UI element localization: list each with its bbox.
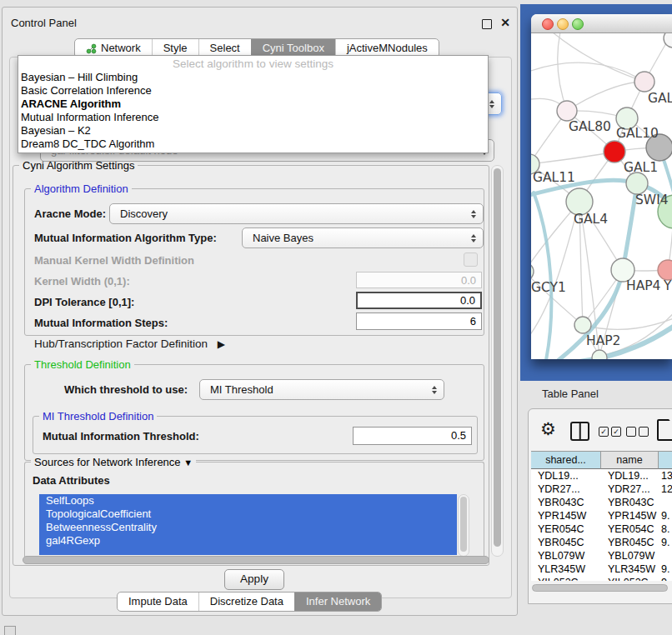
- gear-icon[interactable]: ⚙: [540, 420, 556, 438]
- node-hap2[interactable]: [574, 317, 591, 333]
- data-attributes-label: Data Attributes: [33, 474, 110, 487]
- node-label: SWI4: [635, 192, 669, 208]
- kernel-width-label: Kernel Width (0,1):: [34, 275, 130, 288]
- dropdown-option[interactable]: Basic Correlation Inference: [18, 84, 488, 98]
- dropdown-option[interactable]: Mutual Information Inference: [18, 111, 488, 124]
- mi-algorithm-type-combo[interactable]: Naive Bayes: [242, 228, 484, 248]
- column-header-shared-name[interactable]: shared...: [531, 451, 601, 469]
- table-horizontal-scrollbar[interactable]: [531, 583, 670, 592]
- close-icon[interactable]: ✕: [500, 16, 510, 29]
- node-label: HAP4: [626, 278, 660, 293]
- node-gal1[interactable]: [604, 141, 625, 162]
- combo-arrows-icon: [489, 100, 494, 108]
- node-gal-partial[interactable]: [634, 72, 654, 92]
- scrollbar-thumb[interactable]: [460, 497, 467, 552]
- table-row[interactable]: YBL079W YBL079W: [531, 549, 672, 562]
- table-row[interactable]: YDL19... YDL19... 13: [531, 469, 672, 482]
- mode-tabbar: Impute Data Discretize Data Infer Networ…: [117, 592, 382, 612]
- mi-algorithm-type-value: Naive Bayes: [253, 228, 313, 248]
- node-label: GAL11: [533, 170, 575, 185]
- node-label: GAL80: [569, 119, 611, 134]
- export-table-icon[interactable]: [657, 419, 672, 441]
- table-panel-window: ⚙ ✓ ✓ shared... name YDL19... YDL19... 1…: [528, 408, 672, 604]
- node-gcy1[interactable]: [531, 262, 534, 281]
- apply-button[interactable]: Apply: [224, 569, 284, 590]
- mi-threshold-field[interactable]: 0.5: [353, 427, 472, 445]
- table-row[interactable]: YIL052C YIL052C 9.: [531, 576, 672, 581]
- table-row[interactable]: YDR27... YDR27... 12: [531, 482, 672, 496]
- which-threshold-combo[interactable]: MI Threshold: [199, 379, 444, 400]
- table-panel-title: Table Panel: [542, 388, 599, 400]
- node-label: GCY1: [531, 280, 566, 295]
- kernel-width-field[interactable]: 0.0: [356, 272, 482, 288]
- table-body[interactable]: YDL19... YDL19... 13 YDR27... YDR27... 1…: [531, 469, 672, 581]
- table-row[interactable]: YBR045C YBR045C 9.: [531, 536, 672, 549]
- screen: { "window": { "title": "Control Panel", …: [0, 0, 672, 635]
- node-label: GAL: [648, 91, 672, 106]
- attribute-item-selected[interactable]: gal4RGexp: [39, 534, 457, 548]
- network-canvas[interactable]: GAL GAL80 GAL10 GAL1 GAL11 SWI4 GAL4 GCY…: [531, 33, 672, 359]
- scrollbar-thumb[interactable]: [532, 584, 668, 592]
- dropdown-option[interactable]: Bayesian – K2: [18, 124, 488, 138]
- network-graph: GAL GAL80 GAL10 GAL1 GAL11 SWI4 GAL4 GCY…: [531, 33, 672, 359]
- tab-infer-network[interactable]: Infer Network: [294, 592, 381, 611]
- aracne-mode-combo[interactable]: Discovery: [109, 203, 484, 224]
- dropdown-prompt: Select algorithm to view settings: [18, 56, 488, 71]
- aracne-mode-label: Aracne Mode:: [34, 208, 106, 220]
- network-tab-icon: [86, 43, 97, 54]
- attribute-item-selected[interactable]: SelfLoops: [39, 494, 457, 508]
- node-swi4[interactable]: [626, 172, 648, 194]
- node-gal80[interactable]: [557, 101, 577, 121]
- table-row[interactable]: YLR345W YLR345W 9.: [531, 562, 672, 576]
- manual-kernel-width-checkbox[interactable]: [464, 252, 478, 267]
- mac-close-button[interactable]: [542, 18, 554, 30]
- node-label: Y: [663, 278, 672, 293]
- algorithm-definition-title: Algorithm Definition: [31, 182, 132, 195]
- dropdown-option-selected[interactable]: ARACNE Algorithm: [18, 98, 488, 111]
- tab-impute-data[interactable]: Impute Data: [118, 592, 198, 611]
- attribute-item-selected[interactable]: BetweennessCentrality: [39, 521, 457, 534]
- mi-steps-label: Mutual Information Steps:: [34, 317, 168, 329]
- aracne-mode-value: Discovery: [120, 204, 168, 223]
- attributes-vertical-scrollbar[interactable]: [458, 494, 469, 557]
- mi-threshold-label: Mutual Information Threshold:: [43, 430, 199, 442]
- threshold-definition-title: Threshold Definition: [31, 358, 134, 371]
- control-panel-window: Control Panel ✕ Network Style Select Cyn…: [2, 7, 518, 616]
- dropdown-option[interactable]: Bayesian – Hill Climbing: [18, 71, 488, 84]
- network-view-window: GAL GAL80 GAL10 GAL1 GAL11 SWI4 GAL4 GCY…: [531, 14, 672, 359]
- columns-icon[interactable]: [570, 422, 589, 441]
- mac-zoom-button[interactable]: [572, 18, 584, 30]
- node-unlabeled-bottom[interactable]: [592, 350, 607, 359]
- collapsed-arrow-icon: ▶: [218, 338, 225, 350]
- table-row[interactable]: YER054C YER054C 8.: [531, 522, 672, 536]
- mi-steps-field[interactable]: 6: [356, 312, 482, 330]
- algorithm-dropdown-list: Select algorithm to view settings Bayesi…: [18, 55, 489, 153]
- select-all-icon[interactable]: ✓ ✓: [599, 427, 621, 437]
- manual-kernel-width-label: Manual Kernel Width Definition: [34, 254, 194, 267]
- column-header-clipped[interactable]: [659, 451, 672, 469]
- expanded-arrow-icon: ▼: [183, 458, 193, 468]
- data-attributes-list[interactable]: SelfLoops TopologicalCoefficient Between…: [39, 494, 457, 555]
- float-window-icon[interactable]: [482, 19, 492, 29]
- settings-horizontal-scrollbar[interactable]: [21, 555, 493, 565]
- tab-discretize-data[interactable]: Discretize Data: [198, 592, 294, 611]
- mi-algorithm-type-label: Mutual Information Algorithm Type:: [34, 232, 217, 244]
- column-header-name[interactable]: name: [601, 451, 659, 469]
- network-window-titlebar[interactable]: [531, 14, 672, 33]
- window-grip[interactable]: [4, 626, 16, 635]
- scrollbar-thumb[interactable]: [23, 556, 489, 564]
- hub-definition-toggle[interactable]: Hub/Transcription Factor Definition ▶: [34, 338, 225, 350]
- table-row[interactable]: YPR145W YPR145W 9.: [531, 509, 672, 522]
- deselect-all-icon[interactable]: [626, 427, 649, 437]
- settings-vertical-scrollbar[interactable]: [491, 165, 504, 557]
- dropdown-option[interactable]: Dream8 DC_TDC Algorithm: [18, 138, 488, 151]
- sources-group-title[interactable]: Sources for Network Inference ▼: [31, 456, 196, 468]
- table-row[interactable]: YBR043C YBR043C: [531, 496, 672, 509]
- which-threshold-value: MI Threshold: [210, 380, 273, 399]
- mac-minimize-button[interactable]: [557, 18, 569, 30]
- attribute-item-selected[interactable]: TopologicalCoefficient: [39, 508, 457, 521]
- combo-arrows-icon: [471, 234, 476, 242]
- node-salmon[interactable]: [658, 260, 672, 280]
- dpi-tolerance-field[interactable]: 0.0: [356, 292, 482, 309]
- scrollbar-thumb[interactable]: [494, 168, 501, 547]
